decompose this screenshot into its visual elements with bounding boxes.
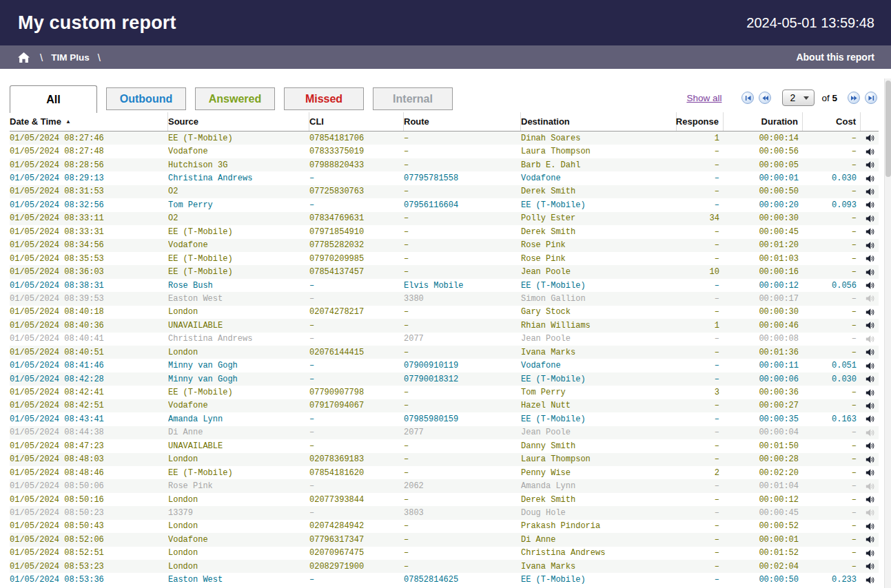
play-audio-button[interactable] — [861, 227, 879, 236]
table-row[interactable]: 01/05/2024 08:34:56 Vodafone 07785282032… — [10, 239, 879, 252]
table-row[interactable]: 01/05/2024 08:40:41 Christina Andrews – … — [10, 333, 879, 346]
table-row[interactable]: 01/05/2024 08:42:28 Minny van Gogh – 077… — [10, 372, 879, 386]
tab-answered[interactable]: Answered — [195, 87, 275, 110]
last-page-button[interactable] — [865, 92, 877, 104]
table-row[interactable]: 01/05/2024 08:32:56 Tom Perry – 07956116… — [10, 198, 879, 211]
play-audio-button[interactable] — [861, 388, 879, 397]
play-audio-button[interactable] — [861, 535, 879, 544]
table-row[interactable]: 01/05/2024 08:41:46 Minny van Gogh – 079… — [10, 359, 879, 372]
table-row[interactable]: 01/05/2024 08:48:46 EE (T-Mobile) 078541… — [10, 466, 879, 479]
next-page-button[interactable] — [848, 92, 860, 104]
play-audio-button[interactable] — [861, 428, 879, 437]
table-row[interactable]: 01/05/2024 08:40:36 UNAVAILABLE – – Rhia… — [10, 319, 879, 332]
column-header-cli[interactable]: CLI — [309, 112, 404, 131]
play-audio-button[interactable] — [861, 321, 879, 330]
table-row[interactable]: 01/05/2024 08:52:51 London 02070967475 –… — [10, 547, 879, 560]
table-row[interactable]: 01/05/2024 08:52:06 Vodafone 07796317347… — [10, 533, 879, 546]
page-select[interactable]: 2 — [782, 90, 815, 106]
table-row[interactable]: 01/05/2024 08:53:36 Easton West – 078528… — [10, 573, 879, 586]
column-header-cost[interactable]: Cost — [803, 112, 861, 131]
home-icon[interactable] — [18, 51, 32, 63]
play-audio-button[interactable] — [861, 455, 879, 464]
cell-response: – — [677, 147, 724, 156]
breadcrumb-item-tim-plus[interactable]: TIM Plus — [51, 52, 90, 63]
tab-internal[interactable]: Internal — [373, 87, 453, 110]
play-audio-button[interactable] — [861, 401, 879, 410]
table-row[interactable]: 01/05/2024 08:50:16 London 02077393844 –… — [10, 493, 879, 506]
table-row[interactable]: 01/05/2024 08:50:23 13379 – 3803 Doug Ho… — [10, 506, 879, 519]
play-audio-button[interactable] — [861, 522, 879, 531]
column-header-datetime[interactable]: Date & Time ▲ — [10, 112, 168, 131]
play-audio-button[interactable] — [861, 361, 879, 370]
play-audio-button[interactable] — [861, 508, 879, 517]
table-row[interactable]: 01/05/2024 08:47:23 UNAVAILABLE – – Dann… — [10, 439, 879, 452]
play-audio-button[interactable] — [861, 468, 879, 477]
play-audio-button[interactable] — [861, 281, 879, 290]
tab-outbound[interactable]: Outbound — [106, 87, 186, 110]
scrollbar-thumb[interactable] — [885, 81, 891, 177]
play-audio-button[interactable] — [861, 335, 879, 344]
table-row[interactable]: 01/05/2024 08:39:53 Easton West – 3380 S… — [10, 292, 879, 305]
cell-destination: Jean Poole — [521, 334, 677, 344]
speaker-icon — [866, 308, 874, 317]
table-row[interactable]: 01/05/2024 08:27:46 EE (T-Mobile) 078541… — [10, 132, 879, 145]
play-audio-button[interactable] — [861, 414, 879, 423]
play-audio-button[interactable] — [861, 441, 879, 450]
play-audio-button[interactable] — [861, 200, 879, 209]
play-audio-button[interactable] — [861, 174, 879, 183]
play-audio-button[interactable] — [861, 241, 879, 250]
play-audio-button[interactable] — [861, 562, 879, 571]
column-header-route[interactable]: Route — [404, 112, 521, 131]
first-page-button[interactable] — [741, 92, 754, 104]
table-row[interactable]: 01/05/2024 08:50:43 London 02074284942 –… — [10, 520, 879, 533]
play-audio-button[interactable] — [861, 375, 879, 384]
play-audio-button[interactable] — [861, 576, 879, 585]
cell-duration: 00:00:27 — [724, 401, 803, 410]
play-audio-button[interactable] — [861, 147, 879, 156]
breadcrumb: \ TIM Plus \ About this report — [0, 45, 891, 69]
play-audio-button[interactable] — [861, 134, 879, 143]
column-header-duration[interactable]: Duration — [724, 112, 803, 131]
table-row[interactable]: 01/05/2024 08:40:18 London 02074278217 –… — [10, 306, 879, 319]
vertical-scrollbar[interactable] — [884, 78, 891, 588]
about-this-report-link[interactable]: About this report — [796, 52, 874, 63]
table-row[interactable]: 01/05/2024 08:44:38 Di Anne – 2077 Jean … — [10, 426, 879, 439]
play-audio-button[interactable] — [861, 294, 879, 303]
table-row[interactable]: 01/05/2024 08:28:56 Hutchison 3G 0798882… — [10, 158, 879, 171]
tab-missed[interactable]: Missed — [284, 87, 364, 110]
table-row[interactable]: 01/05/2024 08:48:03 London 02078369183 –… — [10, 453, 879, 466]
previous-page-button[interactable] — [759, 92, 771, 104]
column-header-response[interactable]: Response — [677, 112, 724, 131]
play-audio-button[interactable] — [861, 254, 879, 263]
show-all-link[interactable]: Show all — [686, 93, 721, 103]
table-row[interactable]: 01/05/2024 08:50:06 Rose Pink – 2062 Ama… — [10, 479, 879, 492]
column-header-source[interactable]: Source — [168, 112, 309, 131]
table-row[interactable]: 01/05/2024 08:42:41 EE (T-Mobile) 077909… — [10, 386, 879, 399]
column-header-destination[interactable]: Destination — [521, 112, 677, 131]
table-row[interactable]: 01/05/2024 08:33:31 EE (T-Mobile) 079718… — [10, 225, 879, 238]
cell-source: London — [168, 307, 309, 317]
table-row[interactable]: 01/05/2024 08:27:48 Vodafone 07833375019… — [10, 145, 879, 158]
table-row[interactable]: 01/05/2024 08:29:13 Christina Andrews – … — [10, 171, 879, 185]
tab-all[interactable]: All — [10, 85, 97, 113]
cell-response: – — [677, 307, 724, 317]
play-audio-button[interactable] — [861, 268, 879, 277]
play-audio-button[interactable] — [861, 187, 879, 196]
play-audio-button[interactable] — [861, 348, 879, 357]
table-row[interactable]: 01/05/2024 08:42:51 Vodafone 07917094067… — [10, 399, 879, 412]
play-audio-button[interactable] — [861, 495, 879, 504]
play-audio-button[interactable] — [861, 160, 879, 169]
table-row[interactable]: 01/05/2024 08:40:51 London 02076144415 –… — [10, 346, 879, 359]
table-row[interactable]: 01/05/2024 08:53:23 London 02082971900 –… — [10, 560, 879, 573]
play-audio-button[interactable] — [861, 549, 879, 558]
table-row[interactable]: 01/05/2024 08:36:03 EE (T-Mobile) 078541… — [10, 265, 879, 278]
table-row[interactable]: 01/05/2024 08:33:11 O2 07834769631 – Pol… — [10, 212, 879, 225]
table-row[interactable]: 01/05/2024 08:31:53 O2 07725830763 – Der… — [10, 185, 879, 198]
table-row[interactable]: 01/05/2024 08:35:53 EE (T-Mobile) 079702… — [10, 252, 879, 265]
cell-duration: 00:00:17 — [724, 294, 803, 304]
play-audio-button[interactable] — [861, 308, 879, 317]
table-row[interactable]: 01/05/2024 08:43:41 Amanda Lynn – 079859… — [10, 412, 879, 426]
play-audio-button[interactable] — [861, 482, 879, 491]
table-row[interactable]: 01/05/2024 08:38:31 Rose Bush – Elvis Mo… — [10, 279, 879, 292]
play-audio-button[interactable] — [861, 214, 879, 223]
